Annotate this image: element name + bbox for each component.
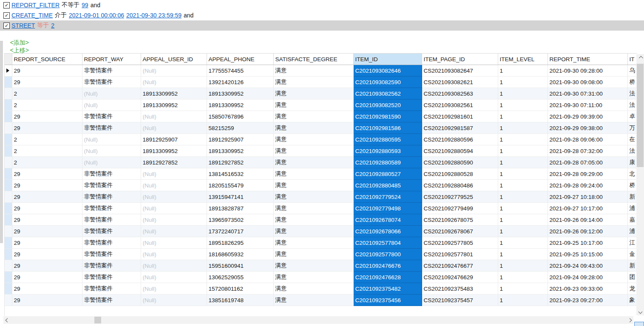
cell[interactable]: 法 — [627, 145, 637, 157]
cell[interactable]: 法 — [627, 99, 637, 111]
filter-condition-row[interactable]: ✓STREET等于2 — [0, 20, 644, 31]
cell[interactable]: 18913309952 — [141, 145, 207, 157]
cell[interactable]: C2021092880485 — [353, 180, 422, 191]
cell[interactable]: 非警情案件 — [82, 122, 141, 134]
cell[interactable]: 1 — [498, 180, 548, 191]
cell[interactable]: CS2021093082621 — [422, 77, 498, 88]
cell[interactable]: 非警情案件 — [82, 168, 141, 180]
row-indicator-cell[interactable] — [5, 122, 12, 134]
cell[interactable]: 58215259 — [207, 122, 273, 134]
filter-operator[interactable]: 等于 — [37, 22, 49, 29]
cell[interactable]: C2021092779524 — [353, 191, 422, 203]
cell[interactable]: 满意 — [273, 191, 353, 203]
cell[interactable]: 满意 — [273, 283, 353, 295]
cell[interactable]: 浦 — [627, 226, 637, 237]
cell[interactable]: 29 — [12, 111, 82, 122]
cell[interactable]: (Null) — [141, 111, 207, 122]
cell[interactable]: 18913309952 — [141, 88, 207, 99]
cell[interactable]: 1 — [498, 272, 548, 283]
cell[interactable]: 2 — [12, 88, 82, 99]
filter-checkbox-icon[interactable]: ✓ — [3, 2, 10, 9]
cell[interactable]: 29 — [12, 295, 82, 306]
cell[interactable]: 29 — [12, 65, 82, 77]
cell[interactable]: (Null) — [141, 65, 207, 77]
cell[interactable]: 桥 — [627, 180, 637, 191]
cell[interactable]: 象 — [627, 295, 637, 306]
cell[interactable]: 2 — [12, 145, 82, 157]
cell[interactable]: C2021092880527 — [353, 168, 422, 180]
row-indicator-cell[interactable] — [5, 111, 12, 122]
row-indicator-cell[interactable] — [5, 249, 12, 260]
cell[interactable]: (Null) — [141, 226, 207, 237]
move-up-button[interactable]: <上移> — [10, 47, 29, 54]
filter-condition-row[interactable]: ✓CREATE_TIME介于2021-09-01 00:00:062021-09… — [0, 10, 644, 20]
cell[interactable]: 2021-09-25 10:17:00 — [548, 237, 627, 249]
cell[interactable]: 满意 — [273, 260, 353, 272]
row-indicator-cell[interactable] — [5, 65, 12, 77]
cell[interactable]: C2021092577800 — [353, 249, 422, 260]
cell[interactable]: 2021-09-23 09:27:00 — [548, 295, 627, 306]
cell[interactable]: 1 — [498, 134, 548, 145]
filter-condition-row[interactable]: ✓REPORT_FILTER不等于99and — [0, 0, 644, 10]
column-header-appeal_user_id[interactable]: APPEAL_USER_ID — [141, 54, 207, 65]
cell[interactable]: 1 — [498, 203, 548, 214]
cell[interactable]: 2021-09-27 10:18:00 — [548, 191, 627, 203]
filter-operator[interactable]: 介于 — [55, 11, 67, 19]
cell[interactable]: 1 — [498, 214, 548, 226]
filter-operator[interactable]: 不等于 — [62, 1, 79, 9]
cell[interactable]: 2021-09-30 09:08:00 — [548, 77, 627, 88]
column-header-report_way[interactable]: REPORT_WAY — [82, 54, 141, 65]
cell[interactable]: (Null) — [141, 214, 207, 226]
cell[interactable]: 桥 — [627, 77, 637, 88]
cell[interactable]: 13921420126 — [207, 77, 273, 88]
cell[interactable]: 非警情案件 — [82, 249, 141, 260]
cell[interactable]: 17755574455 — [207, 65, 273, 77]
cell[interactable]: 2 — [12, 134, 82, 145]
scroll-down-button[interactable] — [636, 308, 644, 315]
row-indicator-cell[interactable] — [5, 88, 12, 99]
cell[interactable]: C2021092375456 — [353, 295, 422, 306]
cell[interactable]: 2021-09-28 07:05:00 — [548, 157, 627, 168]
cell[interactable]: 非警情案件 — [82, 111, 141, 122]
cell[interactable]: C2021092981590 — [353, 111, 422, 122]
cell[interactable]: C2021092375482 — [353, 283, 422, 295]
cell[interactable]: CS2021092981601 — [422, 111, 498, 122]
cell[interactable]: 1 — [498, 191, 548, 203]
cell[interactable]: 29 — [12, 260, 82, 272]
row-indicator-cell[interactable] — [5, 214, 12, 226]
row-indicator-cell[interactable] — [5, 134, 12, 145]
cell[interactable]: C2021092678066 — [353, 226, 422, 237]
cell[interactable]: C2021092577804 — [353, 237, 422, 249]
cell[interactable]: 13814516532 — [207, 168, 273, 180]
cell[interactable]: 团 — [627, 272, 637, 283]
cell[interactable]: 2 — [12, 99, 82, 111]
scroll-right-button[interactable] — [626, 316, 633, 324]
column-header-it[interactable]: IT — [627, 54, 637, 65]
cell[interactable]: 满意 — [273, 134, 353, 145]
filter-value-link[interactable]: 2021-09-01 00:00:06 — [69, 12, 124, 19]
cell[interactable]: (Null) — [141, 168, 207, 180]
cell[interactable]: 金 — [627, 249, 637, 260]
filter-value-link[interactable]: 2 — [51, 22, 54, 29]
cell[interactable]: (Null) — [141, 77, 207, 88]
cell[interactable]: 29 — [12, 180, 82, 191]
cell[interactable]: C2021092880589 — [353, 157, 422, 168]
cell[interactable]: 18912925907 — [207, 134, 273, 145]
cell[interactable]: 北 — [627, 168, 637, 180]
cell[interactable]: 满意 — [273, 214, 353, 226]
cell[interactable]: (Null) — [141, 283, 207, 295]
cell[interactable]: CS2021092476677 — [422, 260, 498, 272]
cell[interactable]: CS2021092577801 — [422, 249, 498, 260]
cell[interactable]: 29 — [12, 168, 82, 180]
cell[interactable]: CS2021092981587 — [422, 122, 498, 134]
cell[interactable]: C2021093082520 — [353, 99, 422, 111]
cell[interactable]: 1 — [498, 77, 548, 88]
cell[interactable]: (Null) — [82, 157, 141, 168]
filter-field-link[interactable]: STREET — [11, 22, 35, 29]
cell[interactable]: 1 — [498, 145, 548, 157]
horizontal-scrollbar-thumb[interactable] — [94, 317, 101, 323]
cell[interactable]: 18913309952 — [207, 88, 273, 99]
cell[interactable]: C2021092476628 — [353, 272, 422, 283]
row-indicator-cell[interactable] — [5, 237, 12, 249]
row-indicator-cell[interactable] — [5, 168, 12, 180]
